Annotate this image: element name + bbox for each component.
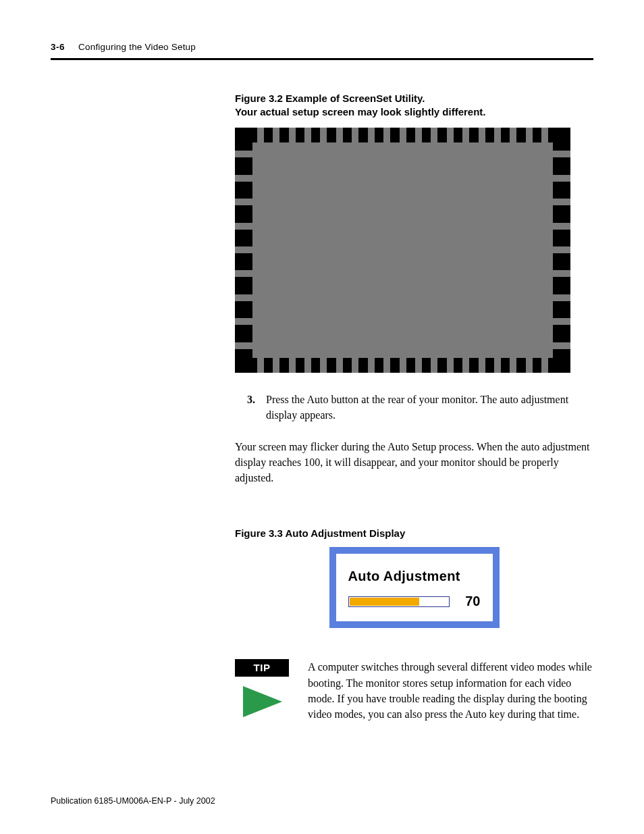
- screenset-tick: [415, 358, 422, 373]
- screenset-tick: [431, 358, 437, 373]
- flicker-paragraph: Your screen may flicker during the Auto …: [235, 439, 593, 486]
- screenset-tick: [553, 199, 570, 205]
- screenset-tick: [304, 128, 311, 142]
- progress-value: 70: [465, 594, 480, 609]
- screenset-tick: [235, 270, 252, 277]
- screenset-tick: [553, 294, 570, 301]
- screenset-tick: [352, 128, 358, 142]
- screenset-tick: [553, 175, 570, 182]
- auto-adjustment-display: Auto Adjustment 70: [329, 547, 500, 628]
- screenset-tick: [273, 358, 279, 373]
- step-3-text: Press the Auto button at the rear of you…: [266, 392, 593, 423]
- screenset-tick: [235, 294, 252, 301]
- screenset-tick: [479, 358, 485, 373]
- screenset-inner-area: [252, 142, 553, 358]
- publication-footer: Publication 6185-UM006A-EN-P - July 2002: [51, 796, 215, 806]
- screenset-tick: [494, 128, 501, 142]
- tip-block: TIP A computer switches through several …: [235, 659, 593, 722]
- screenset-tick: [289, 128, 296, 142]
- figure-3-2-caption-line1: Figure 3.2 Example of ScreenSet Utility.: [235, 92, 593, 105]
- page-number: 3-6: [51, 42, 65, 52]
- screenset-tick: [462, 128, 469, 142]
- tip-left-column: TIP: [235, 659, 289, 720]
- tip-badge: TIP: [235, 659, 289, 677]
- screenset-tick: [510, 358, 516, 373]
- screenset-tick: [368, 128, 375, 142]
- play-arrow-icon: [243, 686, 289, 720]
- svg-marker-0: [243, 686, 282, 717]
- progress-bar: [348, 596, 450, 607]
- screenset-tick: [541, 128, 548, 142]
- screenset-tick: [526, 358, 533, 373]
- auto-adjustment-row: 70: [348, 594, 481, 609]
- screenset-tick: [235, 151, 252, 157]
- screenset-tick: [447, 358, 454, 373]
- screenset-tick: [447, 128, 454, 142]
- screenset-tick: [368, 358, 375, 373]
- screenset-tick: [320, 358, 327, 373]
- running-header: 3-6 Configuring the Video Setup: [51, 42, 593, 52]
- screenset-tick: [462, 358, 469, 373]
- screenset-tick: [336, 358, 343, 373]
- step-3-number: 3.: [247, 392, 261, 423]
- auto-adjustment-wrap: Auto Adjustment 70: [235, 547, 593, 628]
- progress-bar-fill: [350, 598, 420, 606]
- main-content: Figure 3.2 Example of ScreenSet Utility.…: [235, 92, 593, 722]
- screenset-tick: [553, 246, 570, 253]
- screenset-tick: [494, 358, 501, 373]
- figure-3-3-caption: Figure 3.3 Auto Adjustment Display: [235, 527, 593, 539]
- screenset-tick: [541, 358, 548, 373]
- screenset-tick: [510, 128, 516, 142]
- tip-text: A computer switches through several diff…: [308, 659, 593, 722]
- screenset-tick: [553, 342, 570, 349]
- chapter-title: Configuring the Video Setup: [78, 42, 196, 52]
- screenset-illustration: [235, 128, 570, 373]
- screenset-tick: [415, 128, 422, 142]
- screenset-tick: [479, 128, 485, 142]
- screenset-tick: [400, 358, 406, 373]
- screenset-tick: [526, 128, 533, 142]
- screenset-tick: [553, 151, 570, 157]
- screenset-tick: [383, 128, 390, 142]
- screenset-tick: [431, 128, 437, 142]
- screenset-tick: [235, 246, 252, 253]
- figure-3-3-block: Figure 3.3 Auto Adjustment Display Auto …: [235, 527, 593, 628]
- screenset-tick: [336, 128, 343, 142]
- screenset-tick: [553, 223, 570, 230]
- screenset-tick: [304, 358, 311, 373]
- figure-3-2-caption: Figure 3.2 Example of ScreenSet Utility.…: [235, 92, 593, 120]
- document-page: 3-6 Configuring the Video Setup Figure 3…: [0, 0, 644, 834]
- screenset-tick: [235, 223, 252, 230]
- screenset-tick: [235, 318, 252, 325]
- auto-adjustment-title: Auto Adjustment: [348, 569, 481, 584]
- screenset-tick: [320, 128, 327, 142]
- screenset-tick: [257, 358, 264, 373]
- screenset-tick: [383, 358, 390, 373]
- screenset-tick: [235, 342, 252, 349]
- screenset-tick: [235, 175, 252, 182]
- screenset-tick: [352, 358, 358, 373]
- screenset-tick: [553, 270, 570, 277]
- header-rule: [51, 58, 593, 60]
- screenset-tick: [553, 318, 570, 325]
- step-3: 3. Press the Auto button at the rear of …: [235, 392, 593, 423]
- screenset-tick: [257, 128, 264, 142]
- screenset-tick: [273, 128, 279, 142]
- screenset-tick: [235, 199, 252, 205]
- screenset-tick: [400, 128, 406, 142]
- figure-3-2-caption-line2: Your actual setup screen may look slight…: [235, 105, 593, 119]
- screenset-tick: [289, 358, 296, 373]
